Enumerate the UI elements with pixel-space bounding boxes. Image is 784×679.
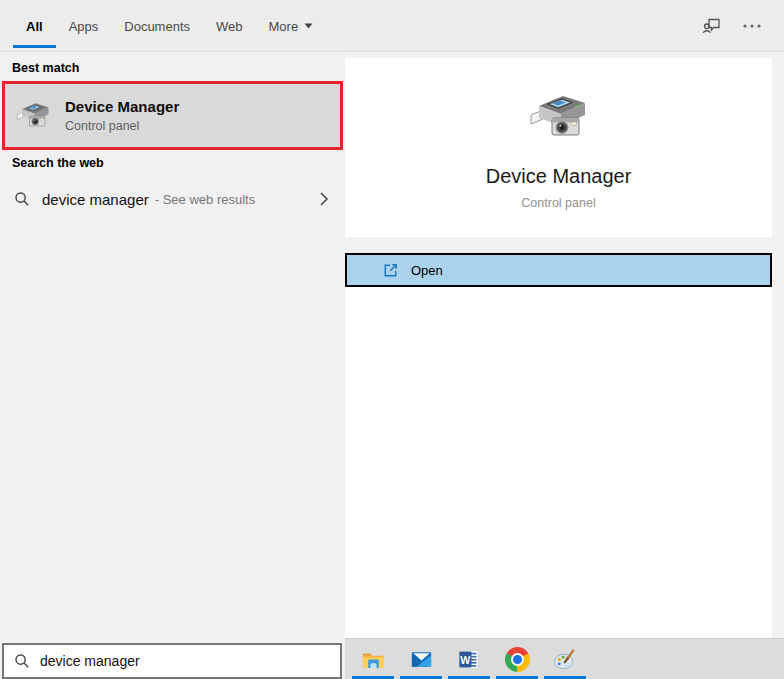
tab-apps-label: Apps xyxy=(69,19,99,34)
open-action-label: Open xyxy=(411,263,443,278)
search-icon xyxy=(14,191,30,207)
tab-web[interactable]: Web xyxy=(203,0,256,52)
filter-tabs: All Apps Documents Web More xyxy=(0,0,784,52)
best-match-device-manager[interactable]: Device Manager Control panel xyxy=(2,81,343,150)
taskbar: W xyxy=(345,638,784,679)
feedback-button[interactable] xyxy=(692,0,732,52)
taskbar-chrome-button[interactable] xyxy=(493,639,541,679)
search-icon xyxy=(14,653,30,669)
tab-all[interactable]: All xyxy=(13,0,56,52)
tab-web-label: Web xyxy=(216,19,243,34)
tab-documents[interactable]: Documents xyxy=(111,0,203,52)
search-input[interactable] xyxy=(40,653,310,669)
result-title: Device Manager xyxy=(65,98,179,117)
preview-subtitle: Control panel xyxy=(521,196,595,210)
file-explorer-icon xyxy=(361,647,386,672)
search-results-panel: Best match Device Manager Control panel … xyxy=(0,52,345,679)
device-manager-icon xyxy=(527,85,591,149)
more-options-button[interactable] xyxy=(732,0,772,52)
result-preview-panel: Device Manager Control panel Open xyxy=(345,52,784,638)
word-icon: W xyxy=(457,647,482,672)
web-suggestion-row[interactable]: device manager - See web results xyxy=(0,178,345,220)
chevron-down-icon xyxy=(304,23,313,29)
chevron-right-icon[interactable] xyxy=(320,192,328,206)
tab-more-label: More xyxy=(269,19,299,34)
search-filter-bar: All Apps Documents Web More xyxy=(0,0,784,52)
device-manager-icon xyxy=(15,97,52,134)
best-match-section-label: Best match xyxy=(12,61,79,75)
taskbar-mail-button[interactable] xyxy=(397,639,445,679)
web-suggestion-suffix: - See web results xyxy=(155,192,255,207)
tab-more[interactable]: More xyxy=(256,0,327,52)
preview-title: Device Manager xyxy=(486,165,632,188)
taskbar-word-button[interactable]: W xyxy=(445,639,493,679)
tab-all-label: All xyxy=(26,19,43,34)
tab-documents-label: Documents xyxy=(124,19,190,34)
taskbar-file-explorer-button[interactable] xyxy=(349,639,397,679)
open-action[interactable]: Open xyxy=(345,253,772,287)
svg-text:W: W xyxy=(460,653,470,665)
paint-icon xyxy=(553,647,578,672)
web-suggestion-query: device manager xyxy=(42,191,149,208)
ellipsis-icon xyxy=(742,23,762,29)
preview-card: Device Manager Control panel xyxy=(345,58,772,237)
result-subtitle: Control panel xyxy=(65,119,179,133)
search-web-section-label: Search the web xyxy=(12,156,104,170)
actions-card: Open xyxy=(345,253,772,638)
chrome-icon xyxy=(505,647,530,672)
tab-apps[interactable]: Apps xyxy=(56,0,112,52)
mail-icon xyxy=(409,647,434,672)
taskbar-search-box[interactable] xyxy=(2,643,342,679)
open-external-icon xyxy=(382,262,399,279)
feedback-icon xyxy=(701,15,723,37)
taskbar-paint-button[interactable] xyxy=(541,639,589,679)
